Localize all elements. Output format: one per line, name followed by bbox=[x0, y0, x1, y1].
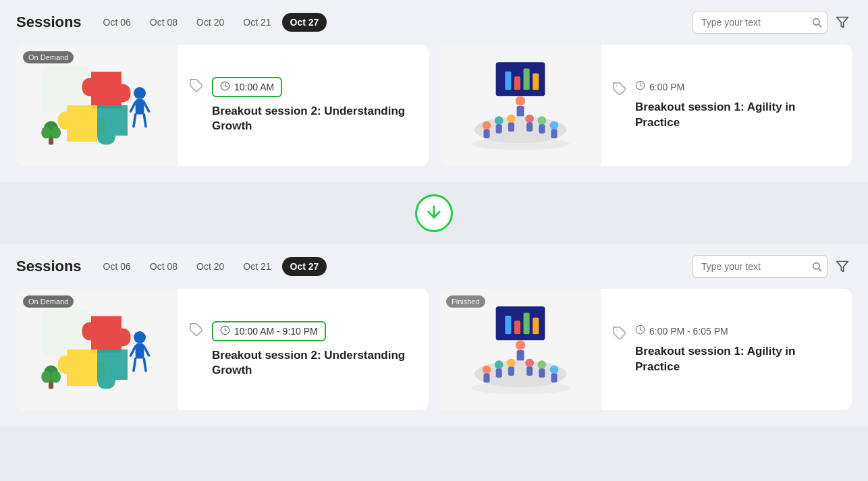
svg-line-6 bbox=[131, 103, 136, 112]
date-tab-oct08-1[interactable]: Oct 08 bbox=[142, 13, 186, 32]
svg-rect-18 bbox=[505, 72, 511, 90]
card-image-2-right: Finished bbox=[439, 289, 601, 410]
svg-marker-2 bbox=[837, 18, 848, 28]
time-badge-1-left: 10:00 AM bbox=[212, 77, 282, 97]
section-1-header: Sessions Oct 06 Oct 08 Oct 20 Oct 21 Oct… bbox=[16, 11, 852, 34]
card-content-1-right: 6:00 PM Breakout session 1: Agility in P… bbox=[601, 67, 852, 143]
svg-point-26 bbox=[495, 116, 504, 125]
svg-point-37 bbox=[471, 138, 569, 150]
card-image-1-right bbox=[439, 45, 601, 166]
svg-point-71 bbox=[550, 366, 559, 374]
card-2-left: On Demand bbox=[16, 289, 429, 410]
card-info-1-left: 10:00 AM Breakout session 2: Understandi… bbox=[212, 77, 418, 134]
svg-point-22 bbox=[516, 96, 526, 106]
section-2: Sessions Oct 06 Oct 08 Oct 20 Oct 21 Oct… bbox=[0, 244, 868, 426]
tag-icon-1-right bbox=[612, 82, 627, 100]
search-icon-btn-1[interactable] bbox=[811, 17, 822, 28]
section-2-title: Sessions bbox=[16, 258, 82, 275]
svg-rect-31 bbox=[483, 129, 489, 138]
session-title-1-left: Breakout session 2: Understanding Growth bbox=[212, 104, 418, 134]
arrow-down-icon bbox=[425, 202, 443, 225]
date-tab-oct06-1[interactable]: Oct 06 bbox=[95, 13, 139, 32]
search-input-2[interactable] bbox=[693, 255, 828, 278]
svg-rect-36 bbox=[551, 129, 557, 138]
session-title-2-right: Breakout session 1: Agility in Practice bbox=[635, 344, 841, 374]
svg-point-70 bbox=[537, 360, 546, 369]
svg-line-42 bbox=[819, 268, 821, 271]
time-text-2-left: 10:00 AM - 9:10 PM bbox=[234, 326, 318, 337]
time-badge-2-left: 10:00 AM - 9:10 PM bbox=[212, 321, 326, 341]
section-2-header: Sessions Oct 06 Oct 08 Oct 20 Oct 21 Oct… bbox=[16, 255, 852, 278]
cards-row-1: On Demand bbox=[16, 45, 852, 166]
svg-line-50 bbox=[144, 359, 146, 371]
svg-rect-72 bbox=[483, 373, 489, 383]
svg-rect-59 bbox=[505, 316, 511, 334]
arrow-circle bbox=[415, 194, 453, 232]
time-text-2-right: 6:00 PM - 6:05 PM bbox=[649, 326, 728, 337]
finished-badge-2: Finished bbox=[446, 295, 485, 308]
svg-line-8 bbox=[134, 115, 136, 127]
svg-point-63 bbox=[516, 340, 526, 350]
svg-line-9 bbox=[144, 115, 146, 127]
svg-line-7 bbox=[144, 103, 148, 112]
tag-icon-2-left bbox=[189, 322, 204, 341]
card-1-right: 6:00 PM Breakout session 1: Agility in P… bbox=[439, 45, 852, 166]
svg-rect-61 bbox=[524, 312, 530, 334]
date-tab-oct20-2[interactable]: Oct 20 bbox=[188, 257, 232, 276]
svg-rect-46 bbox=[136, 343, 144, 359]
meeting-illustration-2 bbox=[453, 295, 588, 403]
svg-point-68 bbox=[507, 359, 516, 368]
svg-rect-74 bbox=[508, 366, 514, 376]
svg-point-27 bbox=[507, 115, 516, 123]
svg-point-78 bbox=[471, 382, 569, 394]
svg-line-49 bbox=[134, 359, 136, 371]
svg-marker-43 bbox=[837, 262, 848, 272]
search-icon-1 bbox=[811, 17, 822, 28]
clock-icon-2-right bbox=[635, 324, 645, 337]
date-tab-oct20-1[interactable]: Oct 20 bbox=[188, 13, 232, 32]
date-tab-oct21-2[interactable]: Oct 21 bbox=[235, 257, 279, 276]
date-tabs-2: Oct 06 Oct 08 Oct 20 Oct 21 Oct 27 bbox=[95, 257, 693, 276]
filter-btn-1[interactable] bbox=[833, 13, 852, 32]
date-tabs-1: Oct 06 Oct 08 Oct 20 Oct 21 Oct 27 bbox=[95, 13, 693, 32]
date-tab-oct06-2[interactable]: Oct 06 bbox=[95, 257, 139, 276]
svg-point-28 bbox=[525, 115, 534, 123]
svg-rect-32 bbox=[496, 124, 502, 134]
search-input-wrap-2 bbox=[693, 255, 828, 278]
time-plain-2-right: 6:00 PM - 6:05 PM bbox=[635, 324, 728, 337]
svg-point-25 bbox=[483, 121, 491, 130]
filter-btn-2[interactable] bbox=[833, 257, 852, 276]
search-input-wrap-1 bbox=[693, 11, 828, 34]
search-icon-btn-2[interactable] bbox=[811, 261, 822, 272]
svg-rect-3 bbox=[43, 66, 88, 112]
svg-point-67 bbox=[495, 360, 504, 369]
svg-rect-44 bbox=[43, 310, 88, 356]
session-title-2-left: Breakout session 2: Understanding Growth bbox=[212, 348, 418, 378]
date-tab-oct27-1[interactable]: Oct 27 bbox=[282, 13, 327, 32]
svg-rect-19 bbox=[514, 76, 520, 90]
card-info-1-right: 6:00 PM Breakout session 1: Agility in P… bbox=[635, 80, 841, 130]
svg-rect-62 bbox=[533, 318, 539, 335]
card-2-right: Finished bbox=[439, 289, 852, 410]
search-icon-2 bbox=[811, 261, 822, 272]
date-tab-oct27-2[interactable]: Oct 27 bbox=[282, 257, 327, 276]
clock-icon-1-left bbox=[220, 81, 230, 93]
svg-point-66 bbox=[483, 366, 491, 374]
on-demand-badge-2: On Demand bbox=[23, 295, 74, 308]
on-demand-badge-1: On Demand bbox=[23, 51, 74, 63]
card-1-left: On Demand bbox=[16, 45, 429, 166]
filter-icon-2 bbox=[836, 260, 849, 273]
svg-point-69 bbox=[525, 359, 534, 368]
search-input-1[interactable] bbox=[693, 11, 828, 34]
svg-rect-21 bbox=[533, 74, 539, 90]
svg-rect-64 bbox=[517, 350, 524, 361]
date-tab-oct21-1[interactable]: Oct 21 bbox=[235, 13, 279, 32]
svg-rect-35 bbox=[539, 124, 545, 134]
svg-rect-33 bbox=[508, 122, 514, 132]
meeting-illustration-1 bbox=[453, 51, 588, 159]
card-content-2-left: 10:00 AM - 9:10 PM Breakout session 2: U… bbox=[178, 308, 429, 391]
section-1-title: Sessions bbox=[16, 13, 82, 31]
puzzle-illustration-1 bbox=[36, 51, 158, 159]
svg-line-48 bbox=[144, 347, 148, 356]
date-tab-oct08-2[interactable]: Oct 08 bbox=[142, 257, 186, 276]
